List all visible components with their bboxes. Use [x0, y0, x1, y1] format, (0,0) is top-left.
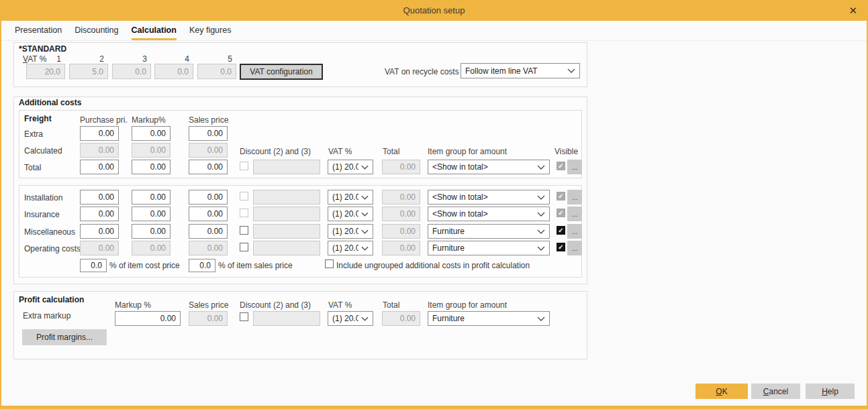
vat-rate-1-field[interactable]: 20.0: [26, 64, 65, 79]
miscellaneous-visible-checkbox[interactable]: ✓: [557, 226, 565, 235]
operating-costs-markup-field: 0.00: [132, 241, 171, 255]
profit-margins-button[interactable]: Profit margins...: [22, 329, 107, 345]
installation-more-button[interactable]: ...: [567, 190, 582, 204]
include-ungrouped-label: Include ungrouped additional costs in pr…: [336, 261, 530, 270]
chevron-down-icon: [361, 316, 369, 321]
freight-total-markup-field[interactable]: 0.00: [132, 160, 171, 174]
percent-sales-label: % of item sales price: [218, 261, 293, 270]
profit-sales-field: 0.00: [189, 311, 228, 326]
miscellaneous-total-field: 0.00: [382, 224, 420, 239]
operating-costs-visible-checkbox[interactable]: ✓: [557, 243, 565, 251]
vat-recycle-value: Follow item line VAT: [465, 66, 538, 76]
freight-total-item-group-select[interactable]: <Show in total>: [428, 160, 550, 174]
header-markup: Markup%: [132, 115, 166, 125]
freight-extra-markup-field[interactable]: 0.00: [132, 126, 171, 141]
insurance-discount-checkbox[interactable]: [240, 209, 248, 217]
freight-extra-purchase-field[interactable]: 0.00: [80, 126, 119, 141]
insurance-sales-field[interactable]: 0.00: [189, 207, 228, 221]
operating-costs-more-button[interactable]: ...: [567, 241, 582, 255]
ok-rest: K: [722, 387, 728, 396]
installation-item-group-value: <Show in total>: [432, 192, 488, 202]
freight-extra-label: Extra: [24, 129, 43, 139]
freight-extra-sales-field[interactable]: 0.00: [189, 126, 228, 141]
insurance-total-field: 0.00: [382, 207, 420, 221]
installation-vat-select[interactable]: (1) 20.0%: [328, 190, 373, 204]
insurance-vat-value: (1) 20.0%: [332, 209, 358, 219]
profit-header-item-group: Item group for amount: [428, 300, 507, 310]
insurance-more-button[interactable]: ...: [567, 207, 582, 221]
profit-header-total: Total: [383, 300, 399, 310]
vat-rate-4-field[interactable]: 0.0: [154, 64, 193, 79]
operating-costs-vat-select[interactable]: (1) 20.0%: [328, 241, 373, 255]
header-discount: Discount (2) and (3): [240, 147, 311, 156]
extra-markup-label: Extra markup: [23, 311, 70, 320]
profit-discount-checkbox[interactable]: [240, 312, 248, 321]
vat-rate-3-field[interactable]: 0.0: [112, 64, 151, 79]
header-item-group: Item group for amount: [428, 147, 507, 156]
vat-rate-5-field[interactable]: 0.0: [197, 64, 236, 79]
freight-calculated-purchase-field: 0.00: [80, 143, 119, 158]
percent-sales-field[interactable]: 0.0: [189, 259, 215, 272]
cancel-button[interactable]: Cancel: [751, 384, 800, 399]
chevron-down-icon: [361, 229, 369, 234]
insurance-visible-checkbox: ✓: [557, 209, 565, 217]
vat-rate-2-field[interactable]: 5.0: [69, 64, 108, 79]
freight-total-more-button[interactable]: ...: [567, 160, 582, 174]
miscellaneous-more-button[interactable]: ...: [567, 224, 582, 239]
percent-cost-field[interactable]: 0.0: [80, 259, 107, 272]
profit-header-vat: VAT %: [328, 300, 352, 310]
miscellaneous-sales-field[interactable]: 0.00: [189, 224, 228, 239]
operating-costs-sales-field: 0.00: [189, 241, 228, 255]
window-border-bottom: [0, 406, 868, 409]
extra-markup-field[interactable]: 0.00: [115, 311, 181, 326]
header-vat: VAT %: [328, 147, 352, 156]
chevron-down-icon: [361, 212, 369, 217]
operating-costs-discount-checkbox[interactable]: [240, 243, 248, 251]
operating-costs-discount-field: [253, 241, 320, 255]
operating-costs-item-group-select[interactable]: Furniture: [428, 241, 550, 255]
insurance-item-group-select[interactable]: <Show in total>: [428, 207, 550, 221]
miscellaneous-item-group-select[interactable]: Furniture: [428, 224, 550, 239]
installation-markup-field[interactable]: 0.00: [132, 190, 171, 204]
check-icon: ✓: [558, 210, 563, 217]
miscellaneous-discount-checkbox[interactable]: [240, 226, 248, 235]
miscellaneous-markup-field[interactable]: 0.00: [132, 224, 171, 239]
operating-costs-total-field: 0.00: [382, 241, 420, 255]
close-icon[interactable]: ✕: [849, 5, 857, 17]
installation-purchase-field[interactable]: 0.00: [80, 190, 119, 204]
miscellaneous-item-group-value: Furniture: [432, 227, 465, 236]
check-icon: ✓: [558, 227, 563, 234]
tab-presentation[interactable]: Presentation: [15, 21, 62, 40]
profit-header-discount: Discount (2) and (3): [240, 300, 311, 310]
include-ungrouped-checkbox[interactable]: [325, 259, 334, 268]
freight-total-vat-select[interactable]: (1) 20.0%: [328, 160, 373, 174]
miscellaneous-purchase-field[interactable]: 0.00: [80, 224, 119, 239]
freight-total-vat-value: (1) 20.0%: [332, 162, 358, 172]
insurance-purchase-field[interactable]: 0.00: [80, 207, 119, 221]
freight-total-discount-checkbox[interactable]: [240, 162, 248, 170]
freight-total-sales-field[interactable]: 0.00: [189, 160, 228, 174]
help-rest: elp: [828, 387, 838, 396]
miscellaneous-vat-select[interactable]: (1) 20.0%: [328, 224, 373, 239]
vat-configuration-button[interactable]: VAT configuration: [240, 64, 323, 80]
installation-item-group-select[interactable]: <Show in total>: [428, 190, 550, 204]
insurance-vat-select[interactable]: (1) 20.0%: [328, 207, 373, 221]
vat-col-5: 5: [197, 54, 232, 64]
profit-vat-select[interactable]: (1) 20.0%: [328, 311, 373, 326]
installation-sales-field[interactable]: 0.00: [189, 190, 228, 204]
ok-mnemonic: O: [716, 387, 722, 396]
tab-calculation[interactable]: Calculation: [132, 21, 177, 40]
installation-vat-value: (1) 20.0%: [332, 192, 358, 202]
tab-discounting[interactable]: Discounting: [75, 21, 118, 40]
miscellaneous-label: Miscellaneous: [24, 227, 75, 237]
chevron-down-icon: [537, 165, 545, 170]
vat-col-3: 3: [112, 54, 147, 64]
insurance-markup-field[interactable]: 0.00: [132, 207, 171, 221]
freight-total-purchase-field[interactable]: 0.00: [80, 160, 119, 174]
profit-item-group-select[interactable]: Furniture: [428, 311, 550, 326]
vat-recycle-select[interactable]: Follow item line VAT: [461, 63, 580, 78]
ok-button[interactable]: OK: [695, 384, 748, 399]
tab-key-figures[interactable]: Key figures: [189, 21, 232, 40]
help-button[interactable]: Help: [806, 384, 855, 399]
installation-discount-checkbox[interactable]: [240, 192, 248, 200]
